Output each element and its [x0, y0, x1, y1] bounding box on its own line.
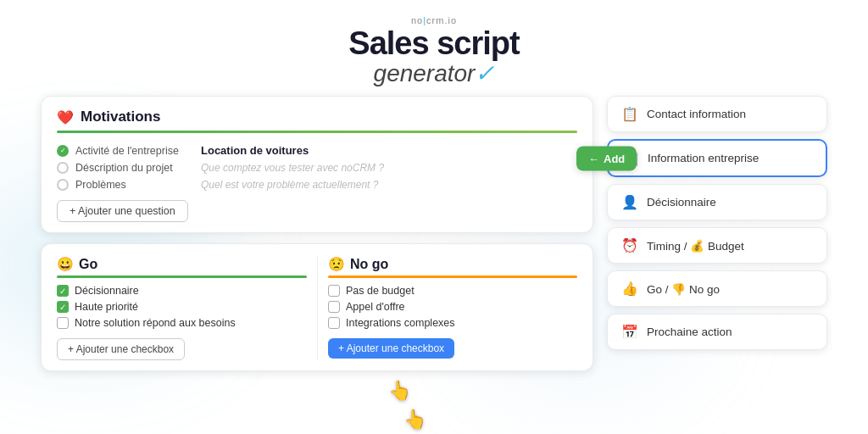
- title-checkmark: ✓: [475, 60, 494, 86]
- decisionnaire-icon: 👤: [621, 194, 638, 210]
- checkbox-empty-1[interactable]: [57, 317, 69, 329]
- app-title: Sales script generator✓: [0, 27, 868, 86]
- go-right-icon: 👍: [621, 281, 638, 297]
- right-card-go[interactable]: 👍 Go / 👎 No go: [607, 270, 827, 307]
- brand-logo: no|crm.io: [0, 15, 868, 25]
- add-label: Add: [604, 152, 625, 164]
- timing-icon: ⏰: [621, 237, 638, 253]
- go-label-1: Décisionnaire: [75, 285, 139, 297]
- main-content: ❤️ Motivations ✓ Activité de l'entrepris…: [0, 96, 868, 371]
- nogo-icon: 😟: [328, 256, 345, 272]
- go-icon: 😀: [57, 256, 74, 272]
- checkbox-empty-nogo-1[interactable]: [328, 285, 340, 297]
- check-mark: ✓: [60, 147, 66, 154]
- contact-label: Contact information: [647, 108, 746, 120]
- nogo-label-2: Appel d'offre: [346, 301, 405, 313]
- go-header: 😀 Go: [57, 256, 307, 272]
- motivations-card: ❤️ Motivations ✓ Activité de l'entrepris…: [41, 96, 593, 233]
- motivation-label-problemes: Problèmes: [75, 179, 194, 191]
- motivation-row-description: Déscription du projet Que comptez vous t…: [57, 159, 577, 176]
- motivation-label-activite: Activité de l'entreprise: [75, 145, 194, 157]
- go-nogo-grid: 😀 Go ✓ Décisionnaire ✓ Haute priorité: [57, 256, 577, 360]
- header: no|crm.io Sales script generator✓: [0, 0, 868, 96]
- decisionnaire-label: Décisionnaire: [647, 196, 716, 209]
- add-question-label: + Ajouter une question: [70, 205, 175, 217]
- prochaine-icon: 📅: [621, 324, 638, 340]
- cursor-hand-checkbox: 👆: [403, 409, 426, 431]
- nogo-title: No go: [350, 257, 388, 272]
- go-section: 😀 Go ✓ Décisionnaire ✓ Haute priorité: [57, 256, 317, 360]
- motivation-placeholder-problemes: Quel est votre problème actuellement ?: [201, 179, 378, 191]
- nogo-item-2: Appel d'offre: [328, 301, 577, 313]
- nogo-item-1: Pas de budget: [328, 285, 577, 297]
- right-card-decisionnaire[interactable]: 👤 Décisionnaire: [607, 184, 827, 220]
- motivations-title: Motivations: [81, 108, 160, 125]
- timing-label: Timing / 💰 Budget: [647, 239, 744, 253]
- add-go-checkbox-button[interactable]: + Ajouter une checkbox: [57, 338, 185, 360]
- go-nogo-card: 😀 Go ✓ Décisionnaire ✓ Haute priorité: [41, 243, 593, 371]
- motivation-placeholder-description: Que comptez vous tester avec noCRM ?: [201, 162, 384, 174]
- go-label-2: Haute priorité: [75, 301, 138, 313]
- checkbox-checked-1[interactable]: ✓: [57, 285, 69, 297]
- dot-checked: ✓: [57, 145, 69, 157]
- add-nogo-checkbox-button[interactable]: + Ajouter une checkbox: [328, 338, 454, 359]
- prochaine-label: Prochaine action: [647, 326, 732, 338]
- nogo-header: 😟 No go: [328, 256, 577, 272]
- right-panel: 📋 Contact information ← Add 🏢 Informatio…: [607, 96, 827, 371]
- left-panel: ❤️ Motivations ✓ Activité de l'entrepris…: [41, 96, 593, 371]
- add-arrow-icon: ←: [588, 152, 599, 164]
- nogo-section: 😟 No go Pas de budget Appel d'offre: [317, 256, 577, 360]
- entreprise-label: Information entreprise: [648, 152, 759, 164]
- right-card-entreprise[interactable]: ← Add 🏢 Information entreprise: [607, 139, 827, 177]
- add-button-overlay[interactable]: ← Add: [576, 146, 637, 170]
- add-question-button[interactable]: + Ajouter une question: [57, 200, 188, 222]
- go-item-2: ✓ Haute priorité: [57, 301, 307, 313]
- motivation-label-description: Déscription du projet: [75, 162, 194, 174]
- nogo-divider: [328, 275, 577, 278]
- nogo-label-1: Pas de budget: [346, 285, 415, 297]
- go-right-label: Go / 👎 No go: [647, 282, 720, 296]
- right-card-prochaine[interactable]: 📅 Prochaine action: [607, 314, 827, 350]
- go-title: Go: [79, 257, 97, 272]
- motivations-header: ❤️ Motivations: [57, 108, 577, 125]
- title-line2: generator✓: [0, 61, 868, 86]
- nogo-label-3: Integrations complexes: [346, 317, 455, 329]
- motivations-icon: ❤️: [57, 109, 74, 125]
- motivations-divider: [57, 131, 577, 133]
- brand-pipe: |: [423, 15, 426, 25]
- checkbox-empty-nogo-2[interactable]: [328, 301, 340, 313]
- right-card-timing[interactable]: ⏰ Timing / 💰 Budget: [607, 227, 827, 264]
- motivation-row-problemes: Problèmes Quel est votre problème actuel…: [57, 176, 577, 193]
- motivation-row-activite: ✓ Activité de l'entreprise Location de v…: [57, 142, 577, 159]
- add-go-checkbox-label: + Ajouter une checkbox: [68, 343, 174, 355]
- title-line1: Sales script: [348, 25, 519, 61]
- add-nogo-checkbox-label: + Ajouter une checkbox: [338, 342, 444, 354]
- go-label-3: Notre solution répond aux besoins: [75, 317, 236, 329]
- dot-empty-2: [57, 179, 69, 191]
- cursor-hand-add-button: 👆: [388, 380, 411, 402]
- checkbox-checked-2[interactable]: ✓: [57, 301, 69, 313]
- motivation-value-activite: Location de voitures: [201, 144, 309, 157]
- go-item-3: Notre solution répond aux besoins: [57, 317, 307, 329]
- checkbox-empty-nogo-3[interactable]: [328, 317, 340, 329]
- app-container: no|crm.io Sales script generator✓ ❤️ Mot…: [0, 0, 868, 434]
- go-item-1: ✓ Décisionnaire: [57, 285, 307, 297]
- dot-empty-1: [57, 162, 69, 174]
- contact-icon: 📋: [621, 106, 638, 122]
- right-card-contact[interactable]: 📋 Contact information: [607, 96, 827, 132]
- nogo-item-3: Integrations complexes: [328, 317, 577, 329]
- go-divider: [57, 275, 307, 278]
